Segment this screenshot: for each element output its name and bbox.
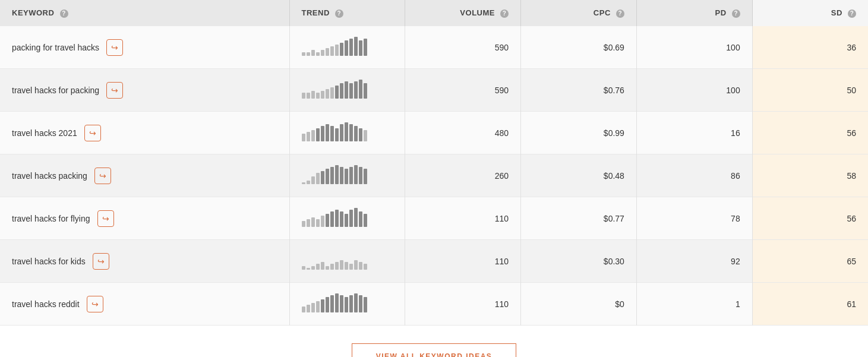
svg-rect-40 — [359, 128, 362, 141]
keyword-text: packing for travel hacks — [12, 43, 99, 52]
svg-rect-68 — [359, 211, 362, 227]
svg-rect-47 — [326, 169, 329, 184]
col-header-sd: SD ? — [752, 0, 868, 26]
table-header: KEYWORD ? TREND ? VOLUME ? CPC ? PD ? SD… — [0, 0, 868, 26]
sd-cell: 61 — [752, 283, 868, 326]
cpc-cell: $0.99 — [521, 112, 637, 154]
cpc-help-icon[interactable]: ? — [616, 10, 624, 18]
svg-rect-37 — [345, 122, 348, 141]
svg-rect-69 — [364, 214, 367, 227]
svg-rect-24 — [349, 83, 353, 99]
keyword-arrow-button[interactable]: ↪ — [93, 253, 109, 270]
volume-cell: 480 — [405, 112, 521, 154]
svg-rect-70 — [302, 266, 305, 270]
svg-rect-4 — [321, 50, 324, 56]
svg-rect-66 — [349, 210, 353, 227]
svg-rect-94 — [349, 295, 353, 312]
view-all-button-wrapper: VIEW ALL KEYWORD IDEAS — [0, 343, 868, 357]
pd-cell: 16 — [636, 112, 752, 154]
svg-rect-51 — [345, 169, 348, 184]
svg-rect-77 — [335, 262, 339, 270]
table-row: travel hacks for packing↪590$0.7610050 — [0, 69, 868, 112]
table-row: travel hacks for kids↪110$0.309265 — [0, 240, 868, 283]
trend-chart — [302, 251, 368, 270]
svg-rect-7 — [335, 45, 339, 56]
trend-cell — [289, 283, 405, 326]
svg-rect-89 — [326, 297, 329, 312]
col-header-pd: PD ? — [636, 0, 752, 26]
svg-rect-12 — [359, 40, 362, 56]
svg-rect-78 — [340, 260, 343, 270]
pd-help-icon[interactable]: ? — [732, 10, 740, 18]
svg-rect-80 — [349, 264, 353, 270]
keyword-arrow-button[interactable]: ↪ — [106, 82, 123, 99]
svg-rect-93 — [345, 297, 348, 312]
svg-rect-33 — [326, 124, 329, 141]
sd-cell: 56 — [752, 112, 868, 154]
trend-cell — [289, 112, 405, 154]
pd-cell: 100 — [636, 69, 752, 112]
volume-cell: 110 — [405, 197, 521, 240]
svg-rect-28 — [302, 134, 305, 141]
svg-rect-45 — [316, 173, 320, 184]
svg-rect-57 — [307, 219, 310, 227]
svg-rect-25 — [354, 81, 358, 99]
pd-cell: 92 — [636, 240, 752, 283]
svg-rect-41 — [364, 130, 367, 141]
sd-help-icon[interactable]: ? — [848, 10, 856, 18]
keyword-arrow-button[interactable]: ↪ — [87, 296, 103, 312]
svg-rect-79 — [345, 262, 348, 270]
trend-chart — [302, 122, 368, 141]
sd-cell: 58 — [752, 154, 868, 197]
svg-rect-60 — [321, 216, 324, 227]
volume-help-icon[interactable]: ? — [500, 10, 509, 18]
keyword-arrow-button[interactable]: ↪ — [84, 125, 101, 141]
svg-rect-72 — [311, 266, 315, 270]
trend-cell — [289, 240, 405, 283]
keyword-arrow-button[interactable]: ↪ — [97, 210, 114, 227]
svg-rect-46 — [321, 171, 324, 184]
trend-cell — [289, 154, 405, 197]
pd-cell: 1 — [636, 283, 752, 326]
svg-rect-15 — [307, 93, 310, 99]
volume-cell: 110 — [405, 283, 521, 326]
header-row: KEYWORD ? TREND ? VOLUME ? CPC ? PD ? SD… — [0, 0, 868, 26]
col-header-keyword: KEYWORD ? — [0, 0, 289, 26]
svg-rect-29 — [307, 132, 310, 141]
svg-rect-0 — [302, 52, 305, 56]
col-header-volume: VOLUME ? — [405, 0, 521, 26]
svg-rect-55 — [364, 169, 367, 184]
trend-chart — [302, 208, 368, 227]
pd-cell: 86 — [636, 154, 752, 197]
svg-rect-64 — [340, 211, 343, 227]
cpc-cell: $0 — [521, 283, 637, 326]
svg-rect-61 — [326, 214, 329, 227]
sd-cell: 50 — [752, 69, 868, 112]
keyword-arrow-button[interactable]: ↪ — [94, 168, 111, 184]
cpc-cell: $0.30 — [521, 240, 637, 283]
svg-rect-53 — [354, 165, 358, 184]
svg-rect-86 — [311, 303, 315, 312]
trend-help-icon[interactable]: ? — [335, 10, 343, 18]
svg-rect-76 — [330, 264, 334, 270]
cpc-cell: $0.69 — [521, 26, 637, 69]
keyword-text: travel hacks reddit — [12, 299, 80, 309]
keyword-help-icon[interactable]: ? — [60, 10, 68, 18]
svg-rect-1 — [307, 52, 310, 56]
keyword-cell: travel hacks 2021↪ — [0, 112, 289, 154]
keyword-arrow-button[interactable]: ↪ — [106, 39, 123, 56]
trend-chart — [302, 80, 368, 99]
keyword-cell: travel hacks reddit↪ — [0, 283, 289, 326]
sd-cell: 65 — [752, 240, 868, 283]
svg-rect-11 — [354, 37, 358, 56]
view-all-button[interactable]: VIEW ALL KEYWORD IDEAS — [352, 343, 517, 357]
svg-rect-58 — [311, 217, 315, 227]
svg-rect-5 — [326, 48, 329, 56]
volume-cell: 260 — [405, 154, 521, 197]
svg-rect-48 — [330, 167, 334, 184]
table-row: packing for travel hacks↪590$0.6910036 — [0, 26, 868, 69]
svg-rect-36 — [340, 124, 343, 141]
svg-rect-34 — [330, 126, 334, 141]
svg-rect-97 — [364, 297, 367, 312]
svg-rect-23 — [345, 81, 348, 99]
